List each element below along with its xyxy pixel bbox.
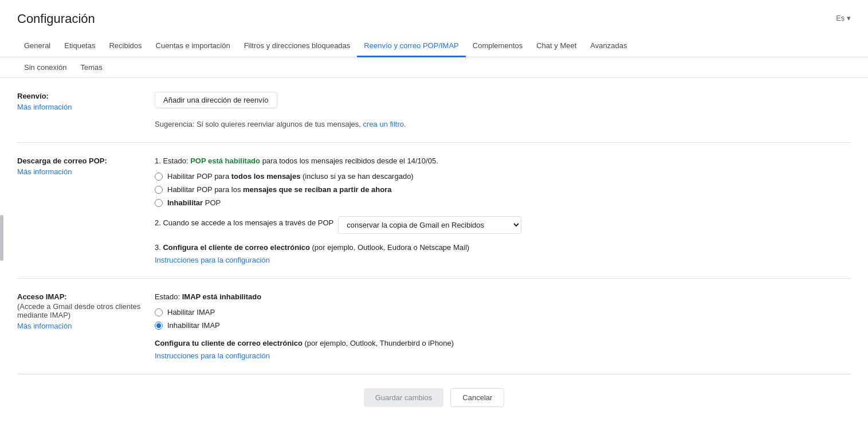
imap-status-text: IMAP está inhabilitado bbox=[182, 292, 261, 301]
tab-filtros[interactable]: Filtros y direcciones bloqueadas bbox=[237, 36, 358, 57]
pop-step3-prefix: 3. Configura el cliente de correo electr… bbox=[155, 243, 469, 252]
pop-radio3-text: Inhabilitar POP bbox=[167, 198, 221, 207]
pop-step2-label: 2. Cuando se accede a los mensajes a tra… bbox=[155, 218, 333, 227]
page-title: Configuración bbox=[17, 11, 95, 26]
imap-sublabel: (Accede a Gmail desde otros clientes med… bbox=[17, 302, 143, 319]
imap-status-line: Estado: IMAP está inhabilitado bbox=[155, 292, 851, 301]
pop-status-line: 1. Estado: POP está habilitado para todo… bbox=[155, 157, 851, 165]
scrollbar[interactable] bbox=[0, 215, 3, 261]
pop-radio-disable[interactable]: Inhabilitar POP bbox=[155, 198, 851, 207]
pop-label: Descarga de correo POP: Más información bbox=[17, 157, 155, 264]
pop-title: Descarga de correo POP: bbox=[17, 157, 143, 165]
pop-step1-suffix: para todos los mensajes recibidos desde … bbox=[260, 157, 438, 165]
tab-sin-conexion[interactable]: Sin conexión bbox=[17, 57, 73, 77]
imap-more-info[interactable]: Más información bbox=[17, 322, 72, 330]
imap-disable-label: Inhabilitar IMAP bbox=[167, 321, 220, 330]
pop-radio1-text: Habilitar POP para todos los mensajes (i… bbox=[167, 172, 414, 181]
tab-cuentas[interactable]: Cuentas e importación bbox=[149, 36, 237, 57]
tab-chat[interactable]: Chat y Meet bbox=[529, 36, 583, 57]
forwarding-label: Reenvío: Más información bbox=[17, 92, 155, 128]
imap-enable-label: Habilitar IMAP bbox=[167, 308, 215, 316]
imap-radio-group: Habilitar IMAP Inhabilitar IMAP bbox=[155, 308, 851, 330]
save-button[interactable]: Guardar cambios bbox=[364, 388, 444, 407]
suggestion-text: Sugerencia: Si solo quieres reenviar alg… bbox=[155, 120, 851, 128]
page-header: Configuración Es ▾ General Etiquetas Rec… bbox=[0, 0, 868, 57]
tab-avanzadas[interactable]: Avanzadas bbox=[583, 36, 634, 57]
imap-config-bold: Configura tu cliente de correo electróni… bbox=[155, 339, 303, 347]
pop-step3: 3. Configura el cliente de correo electr… bbox=[155, 243, 851, 252]
imap-config-suffix: (por ejemplo, Outlook, Thunderbird o iPh… bbox=[303, 339, 454, 347]
pop-radio-group: Habilitar POP para todos los mensajes (i… bbox=[155, 172, 851, 207]
pop-radio-new-input[interactable] bbox=[155, 186, 163, 194]
main-nav: General Etiquetas Recibidos Cuentas e im… bbox=[17, 36, 851, 57]
tab-temas[interactable]: Temas bbox=[73, 57, 109, 77]
settings-content: Reenvío: Más información Añadir una dire… bbox=[0, 78, 868, 374]
tab-general[interactable]: General bbox=[17, 36, 57, 57]
pop-section: Descarga de correo POP: Más información … bbox=[17, 143, 851, 279]
forwarding-content: Añadir una dirección de reenvío Sugerenc… bbox=[155, 92, 851, 128]
pop-more-info[interactable]: Más información bbox=[17, 167, 72, 176]
imap-status-prefix: Estado: bbox=[155, 292, 182, 301]
suggestion-prefix: Sugerencia: Si solo quieres reenviar alg… bbox=[155, 120, 363, 128]
pop-access-dropdown[interactable]: conservar la copia de Gmail en Recibidos… bbox=[338, 216, 521, 234]
footer-buttons: Guardar cambios Cancelar bbox=[0, 374, 868, 421]
imap-radio-enable-input[interactable] bbox=[155, 308, 163, 316]
pop-step2-row: 2. Cuando se accede a los mensajes a tra… bbox=[155, 216, 851, 234]
pop-radio-all[interactable]: Habilitar POP para todos los mensajes (i… bbox=[155, 172, 851, 181]
imap-section: Acceso IMAP: (Accede a Gmail desde otros… bbox=[17, 279, 851, 374]
tab-etiquetas[interactable]: Etiquetas bbox=[57, 36, 102, 57]
add-forwarding-button[interactable]: Añadir una dirección de reenvío bbox=[155, 92, 277, 108]
suggestion-suffix: . bbox=[404, 120, 406, 128]
imap-content: Estado: IMAP está inhabilitado Habilitar… bbox=[155, 292, 851, 360]
pop-radio2-text: Habilitar POP para los mensajes que se r… bbox=[167, 185, 391, 194]
pop-radio-new[interactable]: Habilitar POP para los mensajes que se r… bbox=[155, 185, 851, 194]
imap-title: Acceso IMAP: bbox=[17, 292, 143, 301]
forwarding-more-info[interactable]: Más información bbox=[17, 103, 72, 111]
forwarding-title: Reenvío: bbox=[17, 92, 143, 100]
pop-status-enabled: POP está habilitado bbox=[190, 157, 260, 165]
secondary-nav: Sin conexión Temas bbox=[0, 57, 868, 78]
cancel-button[interactable]: Cancelar bbox=[450, 388, 504, 407]
tab-reenvio[interactable]: Reenvío y correo POP/IMAP bbox=[357, 36, 465, 57]
imap-config-link[interactable]: Instrucciones para la configuración bbox=[155, 351, 270, 360]
pop-radio-disable-input[interactable] bbox=[155, 199, 163, 207]
imap-config-text: Configura tu cliente de correo electróni… bbox=[155, 339, 851, 347]
pop-step1-prefix: 1. Estado: bbox=[155, 157, 190, 165]
pop-config-link[interactable]: Instrucciones para la configuración bbox=[155, 256, 270, 264]
pop-content: 1. Estado: POP está habilitado para todo… bbox=[155, 157, 851, 264]
imap-radio-enable[interactable]: Habilitar IMAP bbox=[155, 308, 851, 316]
forwarding-section: Reenvío: Más información Añadir una dire… bbox=[17, 78, 851, 143]
imap-radio-disable[interactable]: Inhabilitar IMAP bbox=[155, 321, 851, 330]
tab-recibidos[interactable]: Recibidos bbox=[102, 36, 148, 57]
imap-radio-disable-input[interactable] bbox=[155, 322, 163, 330]
imap-label: Acceso IMAP: (Accede a Gmail desde otros… bbox=[17, 292, 155, 360]
tab-complementos[interactable]: Complementos bbox=[466, 36, 529, 57]
language-selector[interactable]: Es ▾ bbox=[836, 14, 851, 22]
create-filter-link[interactable]: crea un filtro bbox=[363, 120, 404, 128]
pop-radio-all-input[interactable] bbox=[155, 173, 163, 181]
